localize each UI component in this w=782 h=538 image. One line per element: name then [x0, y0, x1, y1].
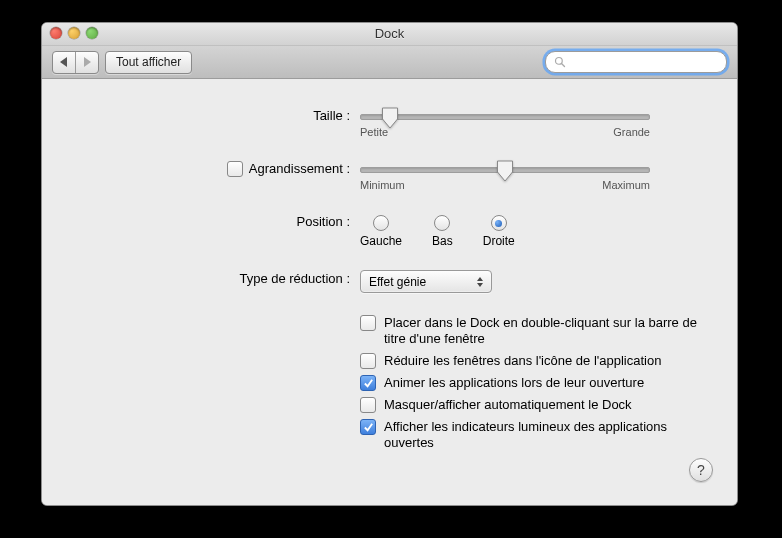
- checkbox-icon[interactable]: [360, 353, 376, 369]
- size-label: Taille :: [313, 107, 350, 125]
- checkbox-label: Masquer/afficher automatiquement le Dock: [384, 397, 632, 413]
- zoom-icon[interactable]: [86, 27, 98, 39]
- magnification-slider[interactable]: [360, 167, 650, 173]
- size-slider-thumb[interactable]: [381, 107, 398, 129]
- svg-marker-1: [84, 57, 91, 67]
- checkbox-label: Animer les applications lors de leur ouv…: [384, 375, 644, 391]
- magnification-max-label: Maximum: [602, 179, 650, 191]
- nav-segmented: [52, 51, 99, 74]
- help-button[interactable]: ?: [689, 458, 713, 482]
- checkbox-icon[interactable]: [360, 419, 376, 435]
- radio-right[interactable]: [491, 215, 507, 231]
- show-all-button[interactable]: Tout afficher: [105, 51, 192, 74]
- position-option-bottom[interactable]: Bas: [432, 215, 453, 248]
- position-option-right-label: Droite: [483, 234, 515, 248]
- checkbox-minimize-into-app[interactable]: Réduire les fenêtres dans l'icône de l'a…: [360, 353, 709, 369]
- magnification-label: Agrandissement :: [249, 160, 350, 178]
- position-option-left-label: Gauche: [360, 234, 402, 248]
- radio-bottom[interactable]: [434, 215, 450, 231]
- magnification-slider-thumb[interactable]: [497, 160, 514, 182]
- magnification-row: Agrandissement : Minimum Maximum: [70, 160, 709, 191]
- checkbox-icon[interactable]: [360, 397, 376, 413]
- dock-preferences-window: Dock Tout afficher Taille :: [41, 22, 738, 506]
- checkbox-label: Afficher les indicateurs lumineux des ap…: [384, 419, 709, 451]
- minimize-effect-selected: Effet génie: [369, 275, 426, 289]
- position-option-right[interactable]: Droite: [483, 215, 515, 248]
- svg-line-3: [562, 64, 565, 67]
- forward-icon: [83, 57, 91, 67]
- close-icon[interactable]: [50, 27, 62, 39]
- svg-marker-0: [60, 57, 67, 67]
- search-input[interactable]: [571, 54, 705, 70]
- window-traffic-lights: [50, 27, 98, 39]
- minimize-icon[interactable]: [68, 27, 80, 39]
- back-icon: [60, 57, 68, 67]
- size-max-label: Grande: [613, 126, 650, 138]
- forward-button[interactable]: [76, 52, 98, 73]
- show-all-label: Tout afficher: [116, 55, 181, 69]
- radio-left[interactable]: [373, 215, 389, 231]
- checkbox-label: Réduire les fenêtres dans l'icône de l'a…: [384, 353, 661, 369]
- minimize-effect-label: Type de réduction :: [239, 270, 350, 288]
- magnification-min-label: Minimum: [360, 179, 405, 191]
- checkbox-autohide[interactable]: Masquer/afficher automatiquement le Dock: [360, 397, 709, 413]
- titlebar[interactable]: Dock: [42, 23, 737, 46]
- minimize-effect-row: Type de réduction : Effet génie: [70, 270, 709, 293]
- checkbox-animate-opening[interactable]: Animer les applications lors de leur ouv…: [360, 375, 709, 391]
- checkbox-show-indicators[interactable]: Afficher les indicateurs lumineux des ap…: [360, 419, 709, 451]
- size-slider[interactable]: [360, 114, 650, 120]
- checkbox-icon[interactable]: [360, 375, 376, 391]
- window-title: Dock: [375, 26, 405, 41]
- content-area: Taille : Petite Grande Agrandissement :: [42, 79, 737, 506]
- checkbox-icon[interactable]: [360, 315, 376, 331]
- toolbar: Tout afficher: [42, 46, 737, 79]
- magnification-checkbox[interactable]: [227, 161, 243, 177]
- popup-arrows-icon: [473, 273, 487, 290]
- position-option-bottom-label: Bas: [432, 234, 453, 248]
- position-row: Position : Gauche Bas Droite: [70, 213, 709, 248]
- checkbox-double-click-title[interactable]: Placer dans le Dock en double-cliquant s…: [360, 315, 709, 347]
- checkbox-label: Placer dans le Dock en double-cliquant s…: [384, 315, 709, 347]
- options-checklist: Placer dans le Dock en double-cliquant s…: [360, 315, 709, 451]
- size-row: Taille : Petite Grande: [70, 107, 709, 138]
- minimize-effect-popup[interactable]: Effet génie: [360, 270, 492, 293]
- search-icon: [554, 56, 566, 68]
- back-button[interactable]: [53, 52, 76, 73]
- position-option-left[interactable]: Gauche: [360, 215, 402, 248]
- position-label: Position :: [297, 213, 350, 231]
- search-field[interactable]: [545, 51, 727, 73]
